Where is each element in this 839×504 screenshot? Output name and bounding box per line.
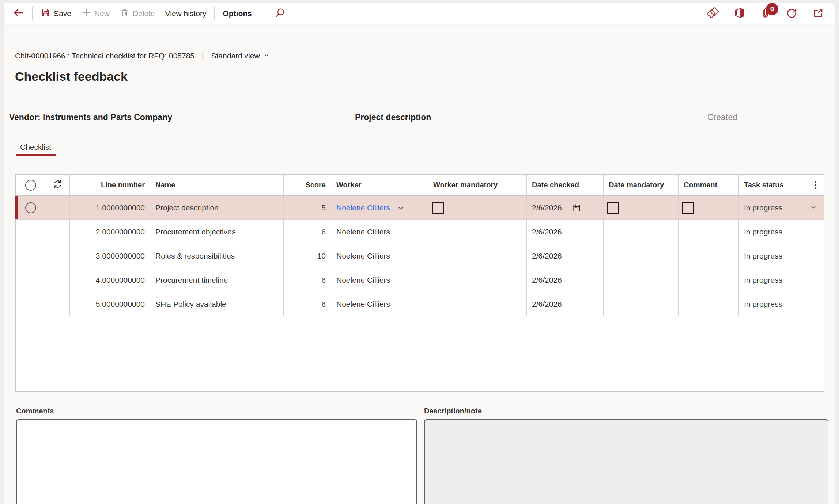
cell-comment[interactable] [679,244,739,268]
view-selector-label: Standard view [211,51,260,60]
worker-link[interactable]: Noelene Cilliers [336,203,390,212]
view-history-button[interactable]: View history [160,3,212,24]
cell-task-status[interactable]: In progress [739,220,824,244]
cell-worker-mandatory[interactable] [428,268,527,292]
cell-worker-mandatory[interactable] [428,244,527,268]
office-apps-button[interactable] [734,7,745,20]
back-arrow-icon [12,7,24,20]
cell-worker[interactable]: Noelene Cilliers [331,268,428,292]
cell-comment[interactable] [679,268,739,292]
chevron-down-icon [263,51,270,60]
open-in-new-window-button[interactable] [812,7,824,20]
col-header-date-mandatory[interactable]: Date mandatory [604,175,679,195]
view-selector[interactable]: Standard view [211,51,270,60]
comments-label: Comments [16,407,54,415]
row-select-cell[interactable] [16,220,46,244]
cell-comment[interactable] [679,220,739,244]
cell-name[interactable]: SHE Policy available [150,292,284,316]
cell-date-checked[interactable]: 2/6/2026 [527,268,604,292]
col-header-name[interactable]: Name [150,175,284,195]
cell-worker[interactable]: Noelene Cilliers [331,220,428,244]
search-icon [275,7,286,20]
cell-line-number[interactable]: 2.0000000000 [70,220,150,244]
cell-score[interactable]: 6 [284,292,331,316]
refresh-column-cell [46,175,70,195]
grid-more-options-icon[interactable] [811,180,820,192]
cell-date-checked[interactable]: 2/6/2026 [527,292,604,316]
cell-line-number[interactable]: 4.0000000000 [70,268,150,292]
description-note-textarea[interactable] [424,419,828,504]
cell-worker-mandatory[interactable] [428,292,527,316]
cell-name[interactable]: Roles & responsibilities [150,244,284,268]
search-button[interactable] [269,3,291,24]
calendar-icon[interactable] [572,203,581,212]
cell-score[interactable]: 10 [284,244,331,268]
row-select-radio[interactable] [25,202,36,213]
cell-comment[interactable] [679,292,739,316]
cell-name[interactable]: Procurement timeline [150,268,284,292]
delete-button[interactable]: Delete [115,3,160,24]
refresh-button[interactable] [786,7,798,20]
worker-dropdown-chevron-icon[interactable] [397,204,405,212]
record-breadcrumb-link[interactable]: Chlt-00001966 : Technical checklist for … [15,51,194,60]
cell-date-mandatory[interactable] [604,292,679,316]
select-all-radio[interactable] [25,180,36,191]
toolbar-divider [32,7,33,20]
cell-line-number[interactable]: 3.0000000000 [70,244,150,268]
row-select-cell[interactable] [16,292,46,316]
vendor-field: Vendor: Instruments and Parts Company [9,112,172,122]
cell-task-status[interactable]: In progress [739,292,824,316]
cell-score[interactable]: 6 [284,220,331,244]
col-header-line-number[interactable]: Line number [70,175,150,195]
breadcrumb-separator: | [200,51,206,60]
row-gutter-cell [46,220,70,244]
breadcrumb: Chlt-00001966 : Technical checklist for … [15,51,270,60]
table-row: 3.0000000000 Roles & responsibilities 10… [16,244,824,268]
task-status-chevron-icon[interactable] [809,203,817,213]
cell-line-number[interactable]: 1.0000000000 [70,196,150,219]
power-apps-button[interactable] [707,7,719,20]
page-card: Save New Delete View history Options [4,3,835,504]
cell-score[interactable]: 5 [284,196,331,219]
comments-textarea[interactable] [16,419,417,504]
cell-line-number[interactable]: 5.0000000000 [70,292,150,316]
options-menu[interactable]: Options [218,3,257,24]
cell-worker[interactable]: Noelene Cilliers [331,244,428,268]
attachments-button[interactable]: 0 [760,7,771,20]
col-header-worker-mandatory[interactable]: Worker mandatory [428,175,527,195]
date-mandatory-checkbox[interactable] [607,202,619,214]
row-select-cell[interactable] [16,268,46,292]
cell-date-checked[interactable]: 2/6/2026 [527,220,604,244]
cell-score[interactable]: 6 [284,268,331,292]
save-button[interactable]: Save [35,3,76,24]
row-select-cell[interactable] [16,244,46,268]
cell-date-checked[interactable]: 2/6/2026 [527,244,604,268]
cell-task-status[interactable]: In progress [739,244,824,268]
record-info-row: Vendor: Instruments and Parts Company Pr… [4,112,835,125]
cell-name[interactable]: Procurement objectives [150,220,284,244]
new-button[interactable]: New [76,3,115,24]
cell-date-mandatory[interactable] [604,220,679,244]
date-checked-value[interactable]: 2/6/2026 [532,203,562,212]
back-button[interactable] [12,7,29,20]
tab-checklist[interactable]: Checklist [16,143,56,156]
cell-task-status[interactable]: In progress [739,268,824,292]
comment-checkbox[interactable] [682,202,694,214]
task-status-value[interactable]: In progress [744,203,782,212]
new-label: New [94,9,110,18]
cell-name[interactable]: Project description [150,196,284,219]
col-header-score[interactable]: Score [284,175,331,195]
col-header-comment[interactable]: Comment [679,175,739,195]
row-gutter-cell [46,268,70,292]
cell-worker-mandatory [428,196,527,219]
cell-worker[interactable]: Noelene Cilliers [331,292,428,316]
worker-mandatory-checkbox[interactable] [432,202,444,214]
cell-worker-mandatory[interactable] [428,220,527,244]
cell-date-mandatory[interactable] [604,268,679,292]
cell-date-mandatory [604,196,679,219]
attachment-count-badge: 0 [766,3,778,15]
cell-date-mandatory[interactable] [604,244,679,268]
col-header-date-checked[interactable]: Date checked [527,175,604,195]
grid-refresh-icon[interactable] [52,179,63,191]
col-header-worker[interactable]: Worker [331,175,428,195]
